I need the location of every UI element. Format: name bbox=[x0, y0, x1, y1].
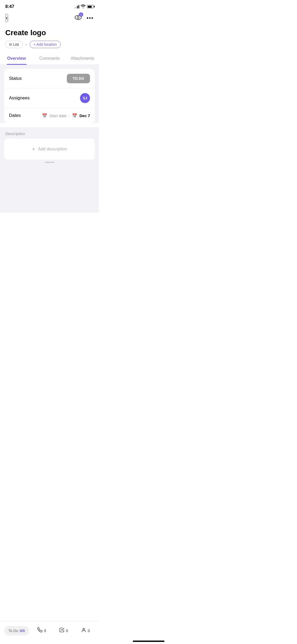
status-label: Status bbox=[9, 76, 22, 81]
dates-label: Dates bbox=[9, 113, 21, 118]
details-card: Status TO DO Assignees SJ Dates 📅 Start … bbox=[4, 69, 95, 123]
page-title: Create logo bbox=[5, 29, 94, 37]
start-date-label: Start date bbox=[49, 113, 67, 118]
breadcrumb-pill[interactable]: in List bbox=[5, 41, 23, 48]
empty-space bbox=[0, 160, 99, 213]
plus-icon: + bbox=[32, 146, 35, 153]
end-calendar-icon: 📅 bbox=[72, 113, 77, 118]
tab-attachments[interactable]: Attachments bbox=[66, 52, 99, 65]
page-title-section: Create logo in List + Add location bbox=[0, 25, 99, 52]
description-section: Description + Add description bbox=[0, 127, 99, 160]
status-icons bbox=[74, 4, 94, 9]
end-date-label: Dec 7 bbox=[79, 113, 90, 118]
scroll-pill bbox=[45, 162, 54, 163]
description-label: Description bbox=[4, 131, 95, 136]
content-area: Status TO DO Assignees SJ Dates 📅 Start … bbox=[0, 65, 99, 123]
assignees-label: Assignees bbox=[9, 95, 30, 101]
scroll-indicator bbox=[0, 160, 99, 165]
assignee-avatar[interactable]: SJ bbox=[80, 93, 90, 103]
tabs: Overview Comments Attachments bbox=[0, 52, 99, 65]
status-row[interactable]: Status TO DO bbox=[4, 69, 95, 88]
breadcrumb-row: in List + Add location bbox=[5, 41, 94, 48]
battery-icon bbox=[87, 5, 94, 8]
more-button[interactable]: ••• bbox=[87, 15, 94, 21]
tab-overview[interactable]: Overview bbox=[0, 52, 33, 65]
tab-comments[interactable]: Comments bbox=[33, 52, 66, 65]
nav-right: 1 ••• bbox=[74, 14, 94, 22]
date-range: 📅 Start date - 📅 Dec 7 bbox=[42, 113, 90, 118]
start-calendar-icon: 📅 bbox=[42, 113, 47, 118]
add-location-button[interactable]: + Add location bbox=[30, 41, 61, 48]
status-badge[interactable]: TO DO bbox=[67, 74, 90, 83]
dates-row[interactable]: Dates 📅 Start date - 📅 Dec 7 bbox=[4, 108, 95, 123]
date-separator: - bbox=[69, 113, 70, 118]
signal-icon bbox=[74, 5, 79, 8]
assignees-row[interactable]: Assignees SJ bbox=[4, 88, 95, 108]
add-description-label: Add description bbox=[38, 147, 67, 151]
dot-separator bbox=[26, 44, 27, 45]
back-button[interactable]: ‹ bbox=[5, 14, 8, 22]
watch-icon-wrap[interactable]: 1 bbox=[74, 14, 82, 22]
status-bar: 8:47 bbox=[0, 0, 99, 12]
svg-point-1 bbox=[77, 17, 79, 19]
notification-badge: 1 bbox=[79, 12, 83, 17]
add-description-button[interactable]: + Add description bbox=[4, 139, 95, 160]
nav-bar: ‹ 1 ••• bbox=[0, 12, 99, 25]
status-time: 8:47 bbox=[5, 4, 14, 9]
wifi-icon bbox=[81, 4, 86, 9]
